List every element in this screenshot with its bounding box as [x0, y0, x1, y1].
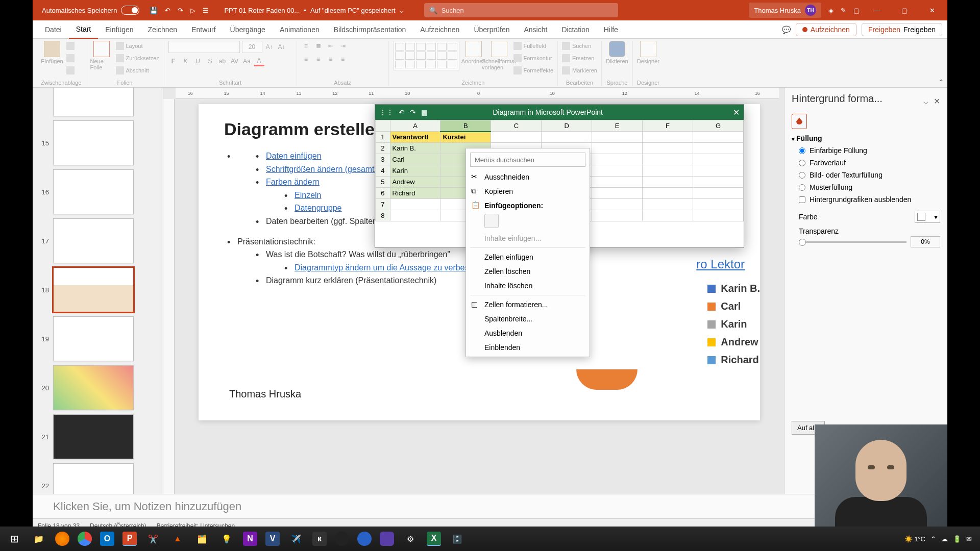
menu-copy[interactable]: ⧉Kopieren: [466, 184, 590, 198]
telegram-icon[interactable]: ✈️: [285, 529, 307, 549]
shapeeffects-button[interactable]: Formeffekte: [513, 65, 554, 76]
pie-chart-slice[interactable]: [576, 369, 638, 390]
thumbnail-panel[interactable]: 15 16 17 18 19 20 21 22 23: [33, 88, 163, 494]
menu-cut[interactable]: ✂Ausschneiden: [466, 170, 590, 184]
pane-dropdown-icon[interactable]: ⌵: [923, 96, 928, 106]
chrome-icon[interactable]: [78, 532, 92, 546]
case-button[interactable]: Aa: [242, 56, 252, 66]
outdent-button[interactable]: ⇤: [326, 41, 336, 51]
fill-section[interactable]: Füllung Einfarbige Füllung Farbverlauf B…: [792, 134, 940, 247]
justify-button[interactable]: ≡: [338, 54, 348, 64]
outlook-icon[interactable]: O: [100, 532, 114, 546]
thumb-18[interactable]: [53, 267, 134, 312]
alignright-button[interactable]: ≡: [326, 54, 336, 64]
app-k-icon[interactable]: к: [312, 532, 327, 546]
tab-entwurf[interactable]: Entwurf: [184, 20, 223, 39]
cell[interactable]: Verantwortl: [390, 132, 440, 143]
thumb-16[interactable]: [53, 169, 134, 214]
fill-picture-radio[interactable]: Bild- oder Texturfüllung: [799, 171, 940, 179]
fill-section-header[interactable]: Füllung: [792, 134, 940, 142]
dictate-button[interactable]: Diktieren: [606, 41, 628, 72]
cell[interactable]: Richard: [390, 188, 440, 199]
tab-uebergaenge[interactable]: Übergänge: [223, 20, 273, 39]
menu-unhide[interactable]: Einblenden: [466, 340, 590, 355]
file-explorer-icon[interactable]: 📁: [28, 529, 50, 549]
start-button[interactable]: ⊞: [3, 529, 26, 549]
fill-solid-radio[interactable]: Einfarbige Füllung: [799, 146, 940, 155]
menu-search[interactable]: [470, 153, 585, 167]
font-family-select[interactable]: [168, 41, 240, 53]
user-account[interactable]: Thomas Hruska TH: [749, 3, 821, 18]
obs-icon[interactable]: [335, 532, 349, 546]
col-header-c[interactable]: C: [491, 120, 542, 132]
fill-gradient-radio[interactable]: Farbverlauf: [799, 159, 940, 167]
layout-button[interactable]: Layout: [116, 41, 160, 51]
row-header[interactable]: 8: [376, 210, 390, 221]
row-header[interactable]: 1: [376, 132, 390, 143]
excel-grip-icon[interactable]: ⋮⋮: [379, 108, 394, 116]
battery-icon[interactable]: 🔋: [953, 535, 961, 543]
weather-widget[interactable]: ☀️ 1°C: [904, 535, 925, 543]
notes-pane[interactable]: Klicken Sie, um Notizen hinzuzufügen: [33, 494, 947, 518]
cut-button[interactable]: [66, 41, 75, 51]
reset-button[interactable]: Zurücksetzen: [116, 53, 160, 63]
newslide-button[interactable]: Neue Folie: [90, 41, 113, 72]
cell[interactable]: Kurstei: [440, 132, 491, 143]
comments-icon[interactable]: 💬: [782, 26, 791, 34]
redo-icon[interactable]: ↷: [178, 7, 183, 14]
row-header[interactable]: 3: [376, 154, 390, 165]
indent-button[interactable]: ⇥: [338, 41, 348, 51]
tab-aufzeichnen[interactable]: Aufzeichnen: [413, 20, 467, 39]
select-all-cell[interactable]: [376, 120, 390, 132]
firefox-icon[interactable]: [55, 532, 69, 546]
tab-dictation[interactable]: Dictation: [554, 20, 596, 39]
spacing-button[interactable]: AV: [230, 56, 240, 66]
transparency-value[interactable]: 0%: [911, 236, 940, 247]
col-header-f[interactable]: F: [643, 120, 693, 132]
bullet-link[interactable]: Einzeln: [295, 191, 321, 199]
fill-category-icon[interactable]: [792, 114, 807, 129]
share-button[interactable]: FreigebenFreigeben: [862, 23, 942, 36]
transparency-slider[interactable]: [799, 241, 906, 243]
bold-button[interactable]: F: [168, 56, 179, 66]
snip-icon[interactable]: ✂️: [142, 529, 164, 549]
cloud-icon[interactable]: ☁: [941, 535, 948, 543]
fontcolor-button[interactable]: A: [254, 56, 264, 66]
diamond-icon[interactable]: ◈: [828, 7, 834, 14]
section-button[interactable]: Abschnitt: [116, 65, 160, 76]
find-button[interactable]: Suchen: [562, 41, 597, 51]
menu-clear-contents[interactable]: Inhalte löschen: [466, 279, 590, 293]
thumb-20[interactable]: [53, 365, 134, 410]
tab-einfuegen[interactable]: Einfügen: [98, 20, 140, 39]
fill-pattern-radio[interactable]: Musterfüllung: [799, 183, 940, 191]
tab-zeichnen[interactable]: Zeichnen: [141, 20, 185, 39]
tab-ansicht[interactable]: Ansicht: [517, 20, 554, 39]
cell[interactable]: Carl: [390, 154, 440, 165]
cell[interactable]: Andrew: [390, 177, 440, 188]
app-icon-2[interactable]: 💡: [215, 529, 238, 549]
minimize-button[interactable]: —: [867, 7, 887, 14]
menu-delete-cells[interactable]: Zellen löschen: [466, 264, 590, 279]
onenote-icon[interactable]: N: [243, 532, 257, 546]
paste-option-1[interactable]: [484, 214, 499, 228]
numberlist-button[interactable]: ≣: [313, 41, 324, 51]
excel-redo-icon[interactable]: ↷: [410, 108, 416, 116]
tray-expand-icon[interactable]: ⌃: [930, 535, 936, 543]
shapeoutline-button[interactable]: Formkontur: [513, 53, 554, 63]
paste-button[interactable]: Einfügen: [41, 41, 63, 72]
excel-edit-icon[interactable]: ▦: [421, 108, 428, 116]
alignleft-button[interactable]: ≡: [301, 54, 311, 64]
excel-undo-icon[interactable]: ↶: [399, 108, 405, 116]
shapes-gallery[interactable]: [393, 41, 459, 70]
pane-close-icon[interactable]: ✕: [934, 96, 940, 106]
app-icon[interactable]: 🗂️: [191, 529, 213, 549]
app-purple-icon[interactable]: [380, 532, 394, 546]
replace-button[interactable]: Ersetzen: [562, 53, 597, 63]
menu-column-width[interactable]: Spaltenbreite...: [466, 312, 590, 326]
startfromstart-icon[interactable]: ▷: [190, 7, 195, 14]
pen-icon[interactable]: ✎: [841, 7, 846, 14]
thumb-22[interactable]: [53, 463, 134, 494]
close-button[interactable]: ✕: [922, 7, 942, 14]
bullet-link[interactable]: Daten einfügen: [266, 152, 322, 160]
thumb-15[interactable]: [53, 120, 134, 165]
